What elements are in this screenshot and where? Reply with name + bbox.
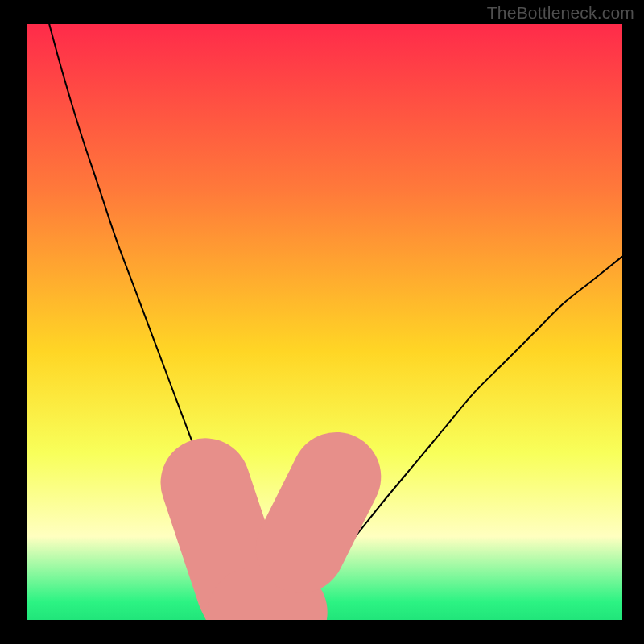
chart-frame: TheBottleneck.com bbox=[0, 0, 644, 644]
marker-valley-floor bbox=[253, 612, 283, 615]
marker-right-threshold bbox=[300, 477, 336, 548]
watermark-text: TheBottleneck.com bbox=[487, 3, 634, 23]
plot-area bbox=[27, 24, 622, 620]
plot-svg bbox=[27, 24, 622, 620]
